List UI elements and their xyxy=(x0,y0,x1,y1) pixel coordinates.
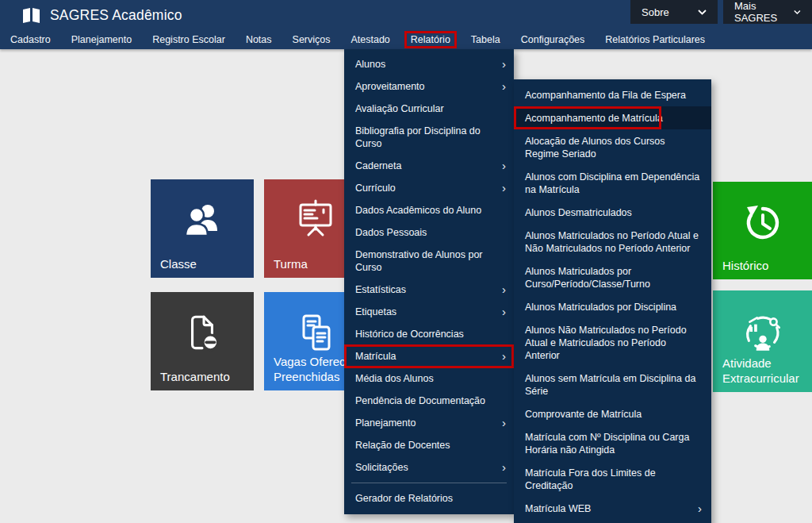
menubar-item-relatorios-particulares[interactable]: Relatórios Particulares xyxy=(595,30,715,49)
menubar-item-cadastro[interactable]: Cadastro xyxy=(0,30,61,49)
menubar-item-label: Atestado xyxy=(350,34,389,45)
menu-item-label: Aproveitamento xyxy=(355,80,496,93)
submenu-item-alunos-nao-matriculados-atual-anterior[interactable]: Alunos Não Matriculados no Período Atual… xyxy=(514,318,711,367)
menu-item-curriculo[interactable]: Currículo› xyxy=(344,177,514,199)
submenu-item-previsao-matricula-turma-curso[interactable]: Previsão de Matrícula por Turma do Curso xyxy=(514,520,711,523)
chevron-right-icon: › xyxy=(502,160,506,171)
submenu-item-alunos-sem-matricula-serie[interactable]: Alunos sem Matrícula em Disciplina da Sé… xyxy=(514,367,711,402)
open-book-logo-icon xyxy=(21,7,41,24)
menu-item-aproveitamento[interactable]: Aproveitamento› xyxy=(344,75,514,98)
menu-item-matricula[interactable]: Matrícula › xyxy=(344,345,514,367)
menu-item-label: Alocação de Alunos dos Cursos Regime Ser… xyxy=(525,135,702,160)
menu-item-dados-pessoais[interactable]: Dados Pessoais xyxy=(344,221,514,244)
submenu-item-comprovante-matricula[interactable]: Comprovante de Matrícula xyxy=(514,402,711,425)
app-title: SAGRES Acadêmico xyxy=(50,7,182,24)
menu-item-demonstrativo[interactable]: Demonstrativo de Alunos por Curso xyxy=(344,244,514,279)
menu-item-solicitacoes[interactable]: Solicitações› xyxy=(344,456,514,479)
menubar-item-notas[interactable]: Notas xyxy=(236,30,282,49)
menubar-item-label: Cadastro xyxy=(10,34,51,45)
menu-item-estatisticas[interactable]: Estatísticas› xyxy=(344,279,514,301)
menu-item-media-alunos[interactable]: Média dos Alunos xyxy=(344,367,514,390)
menu-item-planejamento[interactable]: Planejamento› xyxy=(344,412,514,434)
menubar-item-configuracoes[interactable]: Configurações xyxy=(511,30,596,49)
menu-item-label: Pendência de Documentação xyxy=(355,394,506,407)
submenu-item-alocacao-alunos-regime-seriado[interactable]: Alocação de Alunos dos Cursos Regime Ser… xyxy=(514,129,711,165)
menu-item-label: Histórico de Ocorrências xyxy=(355,328,506,340)
submenu-item-acompanhamento-fila-espera[interactable]: Acompanhamento da Fila de Espera xyxy=(514,83,711,106)
tile-trancamento[interactable]: Trancamento xyxy=(151,292,254,390)
chevron-right-icon: › xyxy=(502,306,506,317)
chevron-right-icon: › xyxy=(502,182,506,194)
sobre-button[interactable]: Sobre xyxy=(630,0,718,24)
tile-label: Histórico xyxy=(722,258,812,273)
menubar-item-relatorio[interactable]: Relatório xyxy=(400,30,461,49)
submenu-item-alunos-desmatriculados[interactable]: Alunos Desmatriculados xyxy=(514,201,711,224)
chevron-right-icon: › xyxy=(502,58,506,70)
menu-item-etiquetas[interactable]: Etiquetas› xyxy=(344,301,514,323)
menu-item-label: Alunos sem Matrícula em Disciplina da Sé… xyxy=(525,372,702,398)
menu-item-label: Média dos Alunos xyxy=(355,372,506,385)
menubar-item-registro-escolar[interactable]: Registro Escolar xyxy=(142,30,236,49)
menubar-item-label: Registro Escolar xyxy=(152,34,225,45)
chevron-right-icon: › xyxy=(502,350,506,362)
menu-item-label: Matrícula WEB xyxy=(525,502,691,515)
submenu-item-matricula-num-disciplina-carga-horaria[interactable]: Matrícula com Nº Disciplina ou Carga Hor… xyxy=(514,425,711,461)
menubar-item-tabela[interactable]: Tabela xyxy=(461,30,511,49)
menu-item-label: Demonstrativo de Alunos por Curso xyxy=(355,248,506,274)
main-menubar: Cadastro Planejamento Registro Escolar N… xyxy=(0,30,812,49)
tile-historico[interactable]: Histórico xyxy=(713,182,812,279)
menu-item-historico-ocorrencias[interactable]: Histórico de Ocorrências xyxy=(344,323,514,345)
menu-item-dados-academicos[interactable]: Dados Acadêmicos do Aluno xyxy=(344,199,514,221)
menu-item-label: Matrícula Fora dos Limites de Creditação xyxy=(525,467,702,492)
submenu-item-alunos-matriculados-curso-periodo-classe-turno[interactable]: Alunos Matriculados por Curso/Período/Cl… xyxy=(514,260,711,295)
submenu-item-matricula-fora-limites-creditacao[interactable]: Matrícula Fora dos Limites de Creditação xyxy=(514,461,711,497)
menu-item-label: Etiquetas xyxy=(355,306,496,318)
matricula-submenu: Acompanhamento da Fila de Espera Acompan… xyxy=(514,79,711,523)
chevron-right-icon: › xyxy=(502,461,506,473)
menu-item-label: Avaliação Curricular xyxy=(355,102,506,115)
menu-item-label: Gerador de Relatórios xyxy=(355,492,506,505)
menubar-item-atestado[interactable]: Atestado xyxy=(340,30,400,49)
submenu-item-alunos-matriculados-disciplina[interactable]: Alunos Matriculados por Disciplina xyxy=(514,295,711,318)
history-clock-icon xyxy=(740,201,786,245)
menu-item-label: Acompanhamento de Matrícula xyxy=(525,112,702,125)
menu-item-gerador-relatorios[interactable]: Gerador de Relatórios xyxy=(344,487,514,510)
mais-sagres-button[interactable]: Mais SAGRES xyxy=(723,0,812,24)
tile-label: Classe xyxy=(160,256,254,271)
menu-item-label: Alunos Matriculados por Disciplina xyxy=(525,301,702,313)
menubar-item-label: Serviços xyxy=(293,34,331,45)
submenu-item-alunos-disciplina-dependencia[interactable]: Alunos com Disciplina em Dependência na … xyxy=(514,165,711,201)
submenu-item-alunos-matriculados-atual-nao-anterior[interactable]: Alunos Matriculados no Período Atual e N… xyxy=(514,224,711,260)
menubar-item-planejamento[interactable]: Planejamento xyxy=(61,30,142,49)
presentation-board-icon xyxy=(293,198,339,243)
document-minus-icon xyxy=(179,311,225,357)
chevron-right-icon: › xyxy=(502,283,506,295)
menubar-item-label: Notas xyxy=(246,34,272,45)
submenu-item-acompanhamento-matricula[interactable]: Acompanhamento de Matrícula xyxy=(514,106,711,129)
menu-item-label: Acompanhamento da Fila de Espera xyxy=(525,89,702,102)
menu-item-alunos[interactable]: Alunos› xyxy=(344,53,514,75)
menu-item-label: Comprovante de Matrícula xyxy=(525,408,702,421)
menu-item-relacao-docentes[interactable]: Relação de Docentes xyxy=(344,434,514,456)
menubar-item-label: Relatório xyxy=(411,34,450,45)
menu-item-label: Relação de Docentes xyxy=(355,439,506,452)
menu-item-label: Dados Pessoais xyxy=(355,226,506,239)
chevron-right-icon: › xyxy=(502,417,506,429)
menu-item-label: Matrícula xyxy=(355,350,496,363)
tile-atividade-extracurricular[interactable]: Atividade Extracurricular xyxy=(713,290,812,392)
menubar-item-label: Configurações xyxy=(521,34,585,45)
relatorio-dropdown-menu: Alunos› Aproveitamento› Avaliação Curric… xyxy=(344,49,514,514)
menubar-item-label: Tabela xyxy=(471,34,500,45)
submenu-item-matricula-web[interactable]: Matrícula WEB› xyxy=(514,497,711,520)
sobre-button-label: Sobre xyxy=(642,6,669,18)
menu-item-bibliografia[interactable]: Bibliografia por Disciplina do Curso xyxy=(344,120,514,155)
menu-item-avaliacao-curricular[interactable]: Avaliação Curricular xyxy=(344,98,514,120)
menu-item-pendencia-documentacao[interactable]: Pendência de Documentação xyxy=(344,390,514,412)
chevron-right-icon: › xyxy=(502,80,506,92)
tile-classe[interactable]: Classe xyxy=(151,179,254,278)
chevron-right-icon: › xyxy=(698,502,702,514)
menubar-item-servicos[interactable]: Serviços xyxy=(282,30,341,49)
people-icon xyxy=(179,198,225,243)
chevron-down-icon xyxy=(794,10,801,15)
menu-item-caderneta[interactable]: Caderneta› xyxy=(344,155,514,177)
